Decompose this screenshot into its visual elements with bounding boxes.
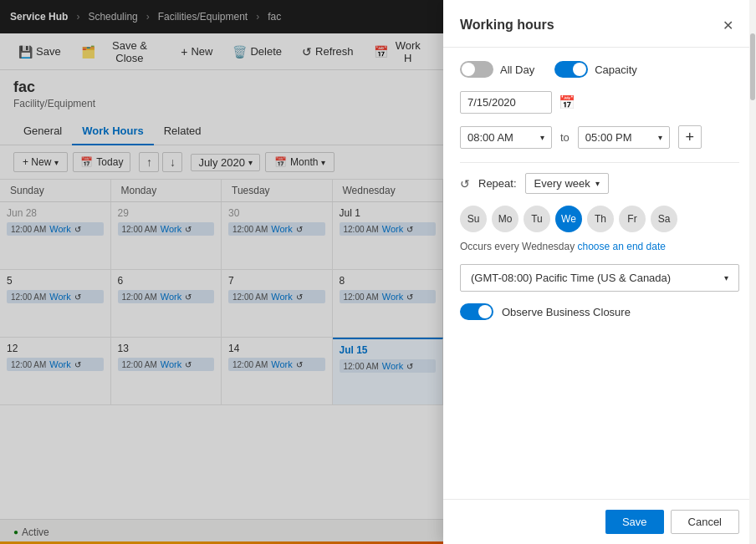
plus-icon: + <box>686 129 695 146</box>
cal-event[interactable]: 12:00 AM Work ↺ <box>228 290 325 303</box>
start-time-select[interactable]: 08:00 AM ▾ <box>460 126 552 149</box>
cal-cell-jul1[interactable]: Jul 1 12:00 AM Work ↺ <box>333 202 444 269</box>
cal-cell-14[interactable]: 14 12:00 AM Work ↺ <box>222 338 333 404</box>
cal-new-button[interactable]: + New ▾ <box>13 152 68 172</box>
day-circle-sa[interactable]: Sa <box>651 206 677 232</box>
modal-title: Working hours <box>460 18 554 33</box>
cal-event[interactable]: 12:00 AM Work ↺ <box>7 358 104 371</box>
col-header-wednesday: Wednesday <box>333 180 444 201</box>
tabs: General Work Hours Related <box>0 118 443 145</box>
repeat-select[interactable]: Every week ▾ <box>525 173 609 194</box>
refresh-icon: ↺ <box>302 45 312 58</box>
entity-title: fac <box>13 79 430 96</box>
date-field-row: 📅 <box>460 91 739 114</box>
new-icon: + <box>181 45 187 58</box>
cal-cell-12[interactable]: 12 12:00 AM Work ↺ <box>0 338 111 404</box>
capacity-label: Capacity <box>595 64 637 76</box>
cal-event[interactable]: 12:00 AM Work ↺ <box>7 222 104 236</box>
day-num: 6 <box>118 275 215 287</box>
modal-scroll-thumb[interactable] <box>750 33 755 100</box>
cal-cell-jun28[interactable]: Jun 28 12:00 AM Work ↺ <box>0 202 111 269</box>
cal-event[interactable]: 12:00 AM Work ↺ <box>228 222 325 236</box>
toggles-row: All Day Capacity <box>460 61 739 78</box>
repeat-label: Repeat: <box>478 177 517 190</box>
day-circle-mo[interactable]: Mo <box>492 206 518 232</box>
save-button[interactable]: 💾 Save <box>10 42 69 62</box>
status-indicator: ● <box>13 527 18 536</box>
day-num: 29 <box>118 207 215 219</box>
cal-event[interactable]: 12:00 AM Work ↺ <box>118 222 215 236</box>
timezone-select[interactable]: (GMT-08:00) Pacific Time (US & Canada) ▾ <box>460 264 739 292</box>
calendar-week-1: Jun 28 12:00 AM Work ↺ 29 12:00 AM Work … <box>0 202 443 270</box>
date-input[interactable] <box>460 91 552 114</box>
modal-header: Working hours ✕ <box>443 0 756 48</box>
cal-cell-8[interactable]: 8 12:00 AM Work ↺ <box>333 270 444 337</box>
cal-event[interactable]: 12:00 AM Work ↺ <box>340 359 437 373</box>
cal-cell-7[interactable]: 7 12:00 AM Work ↺ <box>222 270 333 337</box>
cal-cell-29[interactable]: 29 12:00 AM Work ↺ <box>111 202 222 269</box>
day-num: 14 <box>228 343 325 354</box>
tab-work-hours[interactable]: Work Hours <box>72 118 153 145</box>
col-header-sunday: Sunday <box>0 180 111 201</box>
all-day-label: All Day <box>500 64 534 76</box>
day-num: Jul 1 <box>340 207 437 219</box>
chevron-down-icon: ▾ <box>595 179 600 188</box>
chevron-down-icon: ▾ <box>658 133 662 142</box>
cal-next-button[interactable]: ↓ <box>162 152 182 172</box>
main-app: Service Hub › Scheduling › Facilities/Eq… <box>0 0 443 544</box>
end-time-select[interactable]: 05:00 PM ▾ <box>578 126 670 149</box>
choose-end-date-link[interactable]: choose an end date <box>578 241 666 252</box>
calendar-week-3: 12 12:00 AM Work ↺ 13 12:00 AM Work ↺ 14 <box>0 338 443 405</box>
cal-event[interactable]: 12:00 AM Work ↺ <box>340 290 437 303</box>
calendar-picker-icon[interactable]: 📅 <box>559 94 575 110</box>
add-time-button[interactable]: + <box>678 125 702 149</box>
status-bar: ● Active <box>0 519 443 544</box>
all-day-toggle[interactable] <box>460 61 493 78</box>
cal-month-year-button[interactable]: July 2020 ▾ <box>191 154 260 171</box>
cal-event[interactable]: 12:00 AM Work ↺ <box>118 290 215 303</box>
cal-event[interactable]: 12:00 AM Work ↺ <box>228 358 325 371</box>
modal-cancel-button[interactable]: Cancel <box>671 510 739 534</box>
cal-cell-jul15[interactable]: Jul 15 12:00 AM Work ↺ <box>333 338 444 404</box>
cal-event[interactable]: 12:00 AM Work ↺ <box>118 358 215 371</box>
new-button[interactable]: + New <box>172 42 221 62</box>
modal-save-button[interactable]: Save <box>605 510 664 534</box>
chevron-down-icon: ▾ <box>54 158 59 167</box>
day-circles-row: Su Mo Tu We Th Fr Sa <box>460 206 739 232</box>
modal-footer: Save Cancel <box>443 499 756 544</box>
tab-related[interactable]: Related <box>154 118 212 145</box>
chevron-down-icon: ▾ <box>540 133 544 142</box>
day-circle-tu[interactable]: Tu <box>524 206 550 232</box>
cal-event[interactable]: 12:00 AM Work ↺ <box>7 290 104 303</box>
delete-button[interactable]: 🗑️ Delete <box>224 42 290 62</box>
day-num: Jul 15 <box>340 344 437 356</box>
refresh-button[interactable]: ↺ Refresh <box>294 42 362 62</box>
cal-event[interactable]: 12:00 AM Work ↺ <box>340 222 437 236</box>
day-circle-fr[interactable]: Fr <box>619 206 646 232</box>
cal-cell-13[interactable]: 13 12:00 AM Work ↺ <box>111 338 222 404</box>
repeat-row: ↺ Repeat: Every week ▾ <box>460 173 739 194</box>
cal-view-button[interactable]: 📅 Month ▾ <box>265 152 335 172</box>
day-circle-su[interactable]: Su <box>460 206 487 232</box>
col-header-monday: Monday <box>111 180 222 201</box>
cal-cell-30[interactable]: 30 12:00 AM Work ↺ <box>222 202 333 269</box>
cal-cell-6[interactable]: 6 12:00 AM Work ↺ <box>111 270 222 337</box>
cal-cell-5[interactable]: 5 12:00 AM Work ↺ <box>0 270 111 337</box>
modal-close-button[interactable]: ✕ <box>716 13 739 37</box>
status-label: Active <box>22 526 49 538</box>
cal-prev-button[interactable]: ↑ <box>139 152 159 172</box>
save-close-button[interactable]: 🗂️ Save & Close <box>73 36 170 68</box>
modal-body: All Day Capacity 📅 08:00 AM ▾ to <box>443 48 756 499</box>
cal-today-button[interactable]: 📅 Today <box>73 152 130 172</box>
tab-general[interactable]: General <box>13 118 72 145</box>
occurs-text: Occurs every Wednesday choose an end dat… <box>460 241 739 252</box>
observe-closure-toggle[interactable] <box>460 303 493 320</box>
capacity-toggle[interactable] <box>554 61 588 78</box>
time-to-label: to <box>560 131 570 144</box>
day-circle-th[interactable]: Th <box>587 206 614 232</box>
capacity-toggle-item: Capacity <box>554 61 637 78</box>
work-hours-button[interactable]: 📅 Work H <box>365 36 433 68</box>
nav-crumb-scheduling: Scheduling <box>88 11 137 23</box>
save-icon: 💾 <box>18 45 33 58</box>
day-circle-we[interactable]: We <box>555 206 582 232</box>
